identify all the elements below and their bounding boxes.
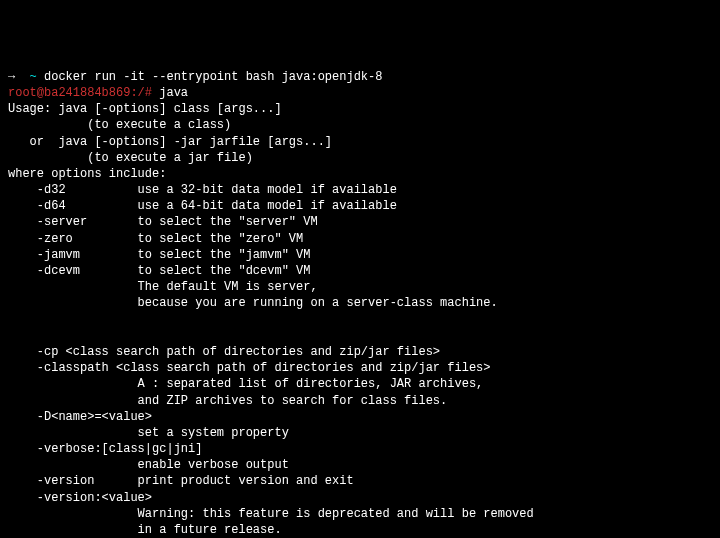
output-line: -server to select the "server" VM (8, 215, 318, 229)
output-line: -d64 use a 64-bit data model if availabl… (8, 199, 397, 213)
output-line: The default VM is server, (8, 280, 318, 294)
output-line: Warning: this feature is deprecated and … (8, 507, 534, 521)
docker-command: docker run -it --entrypoint bash java:op… (44, 70, 382, 84)
output-line: set a system property (8, 426, 289, 440)
java-command: java (159, 86, 188, 100)
output-line: -dcevm to select the "dcevm" VM (8, 264, 310, 278)
output-line: -version print product version and exit (8, 474, 354, 488)
output-line: -zero to select the "zero" VM (8, 232, 303, 246)
output-line: -version:<value> (8, 491, 152, 505)
root-prompt: root@ba241884b869:/# (8, 86, 159, 100)
output-line: -d32 use a 32-bit data model if availabl… (8, 183, 397, 197)
output-line: Usage: java [-options] class [args...] (8, 102, 282, 116)
output-line: -D<name>=<value> (8, 410, 152, 424)
output-line: and ZIP archives to search for class fil… (8, 394, 447, 408)
output-line: -cp <class search path of directories an… (8, 345, 440, 359)
terminal-output: → ~ docker run -it --entrypoint bash jav… (8, 69, 712, 538)
output-line: A : separated list of directories, JAR a… (8, 377, 483, 391)
output-line: (to execute a class) (8, 118, 231, 132)
prompt-arrow: → (8, 70, 30, 84)
output-line: in a future release. (8, 523, 282, 537)
output-line: -verbose:[class|gc|jni] (8, 442, 202, 456)
output-line: where options include: (8, 167, 166, 181)
prompt-tilde: ~ (30, 70, 44, 84)
output-line: or java [-options] -jar jarfile [args...… (8, 135, 332, 149)
output-line: -jamvm to select the "jamvm" VM (8, 248, 310, 262)
output-line: because you are running on a server-clas… (8, 296, 498, 310)
output-line: (to execute a jar file) (8, 151, 253, 165)
output-line: enable verbose output (8, 458, 289, 472)
output-line: -classpath <class search path of directo… (8, 361, 490, 375)
